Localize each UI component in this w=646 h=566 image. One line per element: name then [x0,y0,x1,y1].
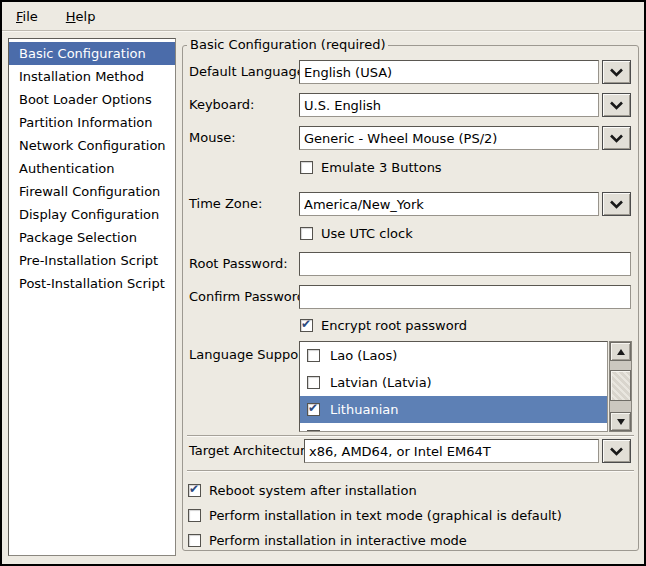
root-password-field[interactable] [299,252,631,276]
menu-bar: File Help [2,2,644,31]
target-architecture-dropdown-button[interactable] [602,439,631,463]
basic-configuration-panel: Basic Configuration (required) Default L… [182,45,639,551]
mouse-dropdown-button[interactable] [602,126,631,150]
keyboard-label: Keyboard: [189,93,255,117]
time-zone-label: Time Zone: [189,192,262,216]
sidebar-item-post-installation-script[interactable]: Post-Installation Script [9,272,175,295]
sidebar-item-firewall-configuration[interactable]: Firewall Configuration [9,180,175,203]
scrollbar-track[interactable] [610,361,631,412]
separator [187,435,634,437]
triangle-down-icon [617,419,625,425]
scrollbar-thumb[interactable] [610,370,631,401]
panel-title: Basic Configuration (required) [187,37,388,52]
checkbox-icon [188,484,201,497]
sidebar-item-network-configuration[interactable]: Network Configuration [9,134,175,157]
interactive-mode-installation-checkbox[interactable]: Perform installation in interactive mode [188,532,467,548]
checkbox-icon [300,227,313,240]
menu-file[interactable]: File [12,7,42,26]
menu-help[interactable]: Help [62,7,100,26]
mouse-input[interactable] [299,126,599,150]
category-sidebar: Basic Configuration Installation Method … [8,38,176,556]
language-support-list: Lao (Laos) Latvian (Latvia) Lithuanian M… [299,341,608,432]
chevron-down-icon [609,444,624,459]
list-item-macedonian[interactable]: Macedonian [300,423,607,432]
language-list-scrollbar[interactable] [609,341,632,432]
checkbox-icon [188,509,201,522]
sidebar-item-installation-method[interactable]: Installation Method [9,65,175,88]
chevron-down-icon [609,131,624,146]
target-architecture-input[interactable] [304,439,599,463]
root-password-label: Root Password: [189,252,288,276]
triangle-up-icon [617,349,625,355]
time-zone-input[interactable] [299,192,599,216]
emulate-3-buttons-checkbox[interactable]: Emulate 3 Buttons [300,159,442,175]
keyboard-dropdown-button[interactable] [602,93,631,117]
default-language-dropdown-button[interactable] [602,60,631,84]
kickstart-configurator-window: File Help Basic Configuration Installati… [0,0,646,566]
checkbox-icon [307,376,320,389]
checkbox-icon [300,161,313,174]
default-language-label: Default Language: [189,60,309,84]
list-item-latvian[interactable]: Latvian (Latvia) [300,369,607,396]
checkbox-icon [300,319,313,332]
scroll-up-button[interactable] [610,342,631,361]
sidebar-item-partition-information[interactable]: Partition Information [9,111,175,134]
keyboard-input[interactable] [299,93,599,117]
checkbox-icon [307,403,320,416]
chevron-down-icon [609,65,624,80]
confirm-password-field[interactable] [299,285,631,309]
checkbox-icon [188,534,201,547]
chevron-down-icon [609,98,624,113]
separator [187,470,634,472]
mouse-label: Mouse: [189,126,236,150]
scroll-down-button[interactable] [610,412,631,431]
time-zone-dropdown-button[interactable] [602,192,631,216]
list-item-lithuanian[interactable]: Lithuanian [300,396,607,423]
encrypt-root-password-checkbox[interactable]: Encrypt root password [300,317,467,333]
language-support-label: Language Support: [189,343,313,367]
text-mode-installation-checkbox[interactable]: Perform installation in text mode (graph… [188,507,562,523]
sidebar-item-package-selection[interactable]: Package Selection [9,226,175,249]
use-utc-clock-checkbox[interactable]: Use UTC clock [300,225,413,241]
confirm-password-label: Confirm Password: [189,285,309,309]
reboot-after-installation-checkbox[interactable]: Reboot system after installation [188,482,417,498]
chevron-down-icon [609,197,624,212]
sidebar-item-basic-configuration[interactable]: Basic Configuration [9,42,175,65]
sidebar-item-pre-installation-script[interactable]: Pre-Installation Script [9,249,175,272]
default-language-input[interactable] [299,60,599,84]
sidebar-item-authentication[interactable]: Authentication [9,157,175,180]
checkbox-icon [307,430,320,432]
sidebar-item-display-configuration[interactable]: Display Configuration [9,203,175,226]
target-architecture-label: Target Architecture: [189,439,317,463]
sidebar-item-boot-loader-options[interactable]: Boot Loader Options [9,88,175,111]
list-item-lao[interactable]: Lao (Laos) [300,342,607,369]
checkbox-icon [307,349,320,362]
